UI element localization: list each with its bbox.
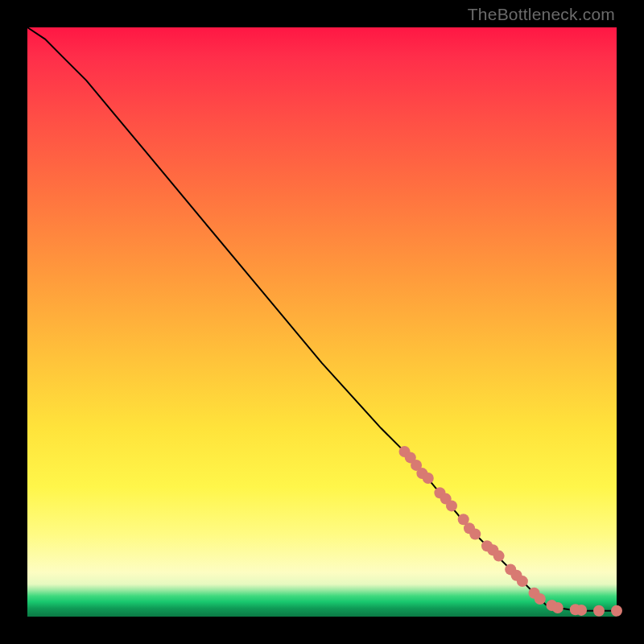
plot-area xyxy=(27,27,617,617)
data-point xyxy=(446,500,457,511)
data-point xyxy=(552,602,564,613)
watermark-text: TheBottleneck.com xyxy=(468,5,615,24)
data-point xyxy=(593,605,605,617)
curve-line xyxy=(27,27,617,611)
data-point xyxy=(517,576,528,587)
chart-frame: TheBottleneck.com xyxy=(0,0,644,644)
data-point xyxy=(576,605,587,616)
chart-svg xyxy=(27,27,617,617)
data-point xyxy=(535,593,546,605)
data-point xyxy=(423,473,434,484)
data-point xyxy=(611,605,622,617)
data-point xyxy=(469,529,481,540)
data-point xyxy=(493,551,505,562)
data-points xyxy=(399,446,623,617)
